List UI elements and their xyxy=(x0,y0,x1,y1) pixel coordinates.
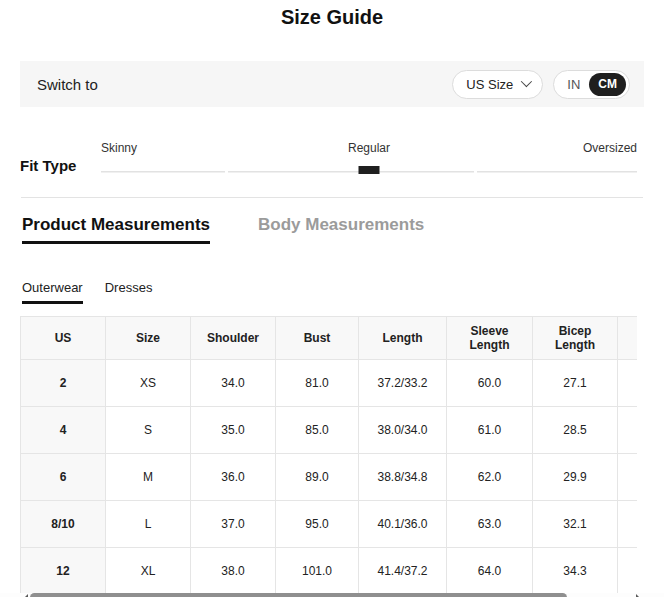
measurement-cell: 36.0 xyxy=(191,454,276,501)
column-header: Bust xyxy=(276,317,359,360)
measurement-cell: 35.0 xyxy=(191,407,276,454)
fit-type-slider[interactable]: Skinny Regular Oversized xyxy=(101,141,637,175)
measurement-cell: XL xyxy=(106,548,191,595)
fit-option-skinny[interactable]: Skinny xyxy=(101,141,137,155)
chevron-down-icon xyxy=(521,75,532,86)
scrollbar-thumb[interactable] xyxy=(30,593,567,597)
measurement-cell: 85.0 xyxy=(276,407,359,454)
unit-option-cm-selected[interactable]: CM xyxy=(589,73,626,96)
section-divider xyxy=(21,197,643,198)
size-guide-panel: Size Guide Switch to US Size IN CM Fit T… xyxy=(0,6,664,597)
fit-type-options: Skinny Regular Oversized xyxy=(101,141,637,156)
measurement-cell xyxy=(618,407,638,454)
unit-toggle[interactable]: IN CM xyxy=(553,70,630,99)
measurement-cell: 60.0 xyxy=(447,360,533,407)
us-size-cell: 8/10 xyxy=(21,501,106,548)
tab-product-measurements[interactable]: Product Measurements xyxy=(22,215,210,244)
measurement-cell: 34.3 xyxy=(533,548,618,595)
track-segment xyxy=(228,171,474,173)
table-header-row: USSizeShoulderBustLengthSleeve LengthBic… xyxy=(21,317,638,360)
measurement-cell: 28.5 xyxy=(533,407,618,454)
measurement-cell: 27.1 xyxy=(533,360,618,407)
measurement-cell: M xyxy=(106,454,191,501)
switch-to-bar: Switch to US Size IN CM xyxy=(20,61,644,107)
us-size-cell: 6 xyxy=(21,454,106,501)
column-header: Size xyxy=(106,317,191,360)
measurement-cell: 41.4/37.2 xyxy=(359,548,447,595)
measurement-cell: 89.0 xyxy=(276,454,359,501)
size-system-value: US Size xyxy=(466,77,513,92)
column-header: US xyxy=(21,317,106,360)
measurement-cell: XS xyxy=(106,360,191,407)
column-header: Length xyxy=(359,317,447,360)
measurement-cell: 32.1 xyxy=(533,501,618,548)
us-size-cell: 12 xyxy=(21,548,106,595)
track-segment xyxy=(477,171,637,173)
measurement-cell xyxy=(618,548,638,595)
measurement-cell: 63.0 xyxy=(447,501,533,548)
tab-outerwear[interactable]: Outerwear xyxy=(22,280,83,304)
fit-slider-thumb[interactable] xyxy=(359,166,380,174)
measurement-cell: 34.0 xyxy=(191,360,276,407)
fit-option-oversized[interactable]: Oversized xyxy=(583,141,637,155)
switch-to-label: Switch to xyxy=(37,76,452,93)
size-table-viewport: USSizeShoulderBustLengthSleeve LengthBic… xyxy=(20,316,637,595)
table-row: 12XL38.0101.041.4/37.264.034.3 xyxy=(21,548,638,595)
measurement-cell: 81.0 xyxy=(276,360,359,407)
fit-slider-track[interactable] xyxy=(101,166,637,175)
measurement-cell: 38.0 xyxy=(191,548,276,595)
measurement-cell: 38.0/34.0 xyxy=(359,407,447,454)
measurement-cell: 37.0 xyxy=(191,501,276,548)
measurement-cell: 40.1/36.0 xyxy=(359,501,447,548)
fit-type-label: Fit Type xyxy=(20,157,101,175)
tab-dresses[interactable]: Dresses xyxy=(105,280,153,304)
measurement-cell: 29.9 xyxy=(533,454,618,501)
measurement-cell: 95.0 xyxy=(276,501,359,548)
table-body: 2XS34.081.037.2/33.260.027.14S35.085.038… xyxy=(21,360,638,595)
measurement-cell: 62.0 xyxy=(447,454,533,501)
table-row: 2XS34.081.037.2/33.260.027.1 xyxy=(21,360,638,407)
category-tabs: Outerwear Dresses xyxy=(22,280,642,304)
us-size-cell: 4 xyxy=(21,407,106,454)
measurement-cell: 64.0 xyxy=(447,548,533,595)
column-header: Shoulder xyxy=(191,317,276,360)
us-size-cell: 2 xyxy=(21,360,106,407)
table-head: USSizeShoulderBustLengthSleeve LengthBic… xyxy=(21,317,638,360)
track-segment xyxy=(101,171,225,173)
column-header xyxy=(618,317,638,360)
page-title: Size Guide xyxy=(0,6,664,29)
horizontal-scrollbar[interactable] xyxy=(0,593,664,597)
tab-body-measurements[interactable]: Body Measurements xyxy=(258,215,424,244)
column-header: Bicep Length xyxy=(533,317,618,360)
measurement-cell: 61.0 xyxy=(447,407,533,454)
measurement-cell xyxy=(618,501,638,548)
table-row: 4S35.085.038.0/34.061.028.5 xyxy=(21,407,638,454)
fit-option-regular[interactable]: Regular xyxy=(348,141,390,155)
column-header: Sleeve Length xyxy=(447,317,533,360)
size-system-dropdown[interactable]: US Size xyxy=(452,70,543,99)
measurement-tabs: Product Measurements Body Measurements xyxy=(22,215,642,244)
unit-option-in[interactable]: IN xyxy=(554,77,589,92)
measurement-cell: 38.8/34.8 xyxy=(359,454,447,501)
table-row: 8/10L37.095.040.1/36.063.032.1 xyxy=(21,501,638,548)
fit-type-section: Fit Type Skinny Regular Oversized xyxy=(20,141,637,175)
size-table: USSizeShoulderBustLengthSleeve LengthBic… xyxy=(20,316,637,595)
measurement-cell: 101.0 xyxy=(276,548,359,595)
measurement-cell xyxy=(618,454,638,501)
measurement-cell: L xyxy=(106,501,191,548)
measurement-cell xyxy=(618,360,638,407)
measurement-cell: S xyxy=(106,407,191,454)
table-row: 6M36.089.038.8/34.862.029.9 xyxy=(21,454,638,501)
measurement-cell: 37.2/33.2 xyxy=(359,360,447,407)
